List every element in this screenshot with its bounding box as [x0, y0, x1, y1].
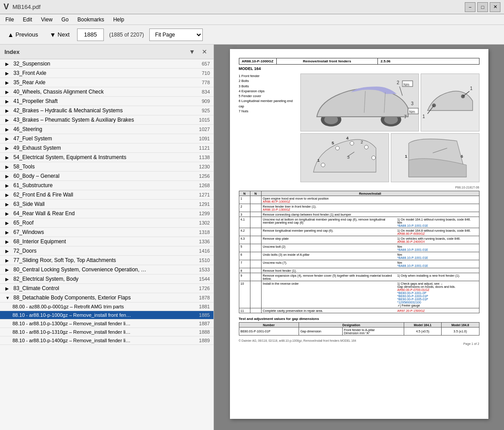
sidebar-item-40[interactable]: ▶ 40_Wheels, Chassis Alignment Check 834 — [0, 87, 213, 97]
sidebar-item-72[interactable]: ▶ 72_Doors 1416 — [0, 246, 213, 256]
cell-ref[interactable]: AR88.40-P-1000GZ — [263, 200, 478, 203]
sidebar-sub-item-88-10-4[interactable]: 88.10 - ar88.10-p-1400gz – Remove_instal… — [0, 336, 213, 345]
sidebar-item-33[interactable]: ▶ 33_Front Axle 710 — [0, 69, 213, 78]
cell-desc: Remove front fender (1). — [261, 268, 479, 273]
fit-select[interactable]: Fit Page Fit Width Fit Height 50% 75% 10… — [149, 29, 203, 41]
cell-note: 1| On model 164.8 without running boards… — [397, 229, 478, 235]
cell-ref-4[interactable]: *BE90.00-P-1005-01P — [397, 298, 478, 301]
sidebar-item-60[interactable]: ▶ 60_Body – General 1256 — [0, 172, 213, 181]
sidebar-item-88[interactable]: ▼ 88_Detachable Body Components, Exterio… — [0, 293, 213, 303]
sidebar-item-page: 1291 — [197, 201, 210, 207]
cell-ref[interactable]: AR88.80-P-6000GZ — [397, 232, 478, 235]
menu-bookmarks[interactable]: Bookmarks — [74, 16, 108, 24]
sidebar-item-80[interactable]: ▶ 80_Central Locking System, Convenience… — [0, 265, 213, 274]
sidebar-item-62[interactable]: ▶ 62_Front End & Fire Wall 1271 — [0, 190, 213, 200]
sidebar-item-page: 1230 — [197, 164, 210, 169]
sidebar-item-46[interactable]: ▶ 46_Steering 1027 — [0, 125, 213, 134]
sidebar-close-button[interactable]: ✕ — [200, 47, 209, 56]
cell-desc: Remove longitudinal member paneling end … — [261, 228, 479, 236]
menu-view[interactable]: View — [37, 16, 56, 24]
note-gap-ref: Gap dimensions on hoods, doors and lids. — [397, 285, 478, 288]
sidebar-sub-item-label: 88.10 - ar88.10-p-1310gz – Remove_instal… — [12, 329, 197, 335]
sidebar-item-49[interactable]: ▶ 49_Exhaust System 1121 — [0, 143, 213, 153]
cell-text: Remove fender liner in front fender (1). — [263, 205, 478, 208]
pdf-parts-images: 1 1 — [421, 74, 479, 131]
sidebar-item-83[interactable]: ▶ 83_Climate Control 1726 — [0, 284, 213, 293]
sidebar-item-47[interactable]: ▶ 47_Fuel System 1091 — [0, 134, 213, 143]
cell-n1: 2 — [239, 204, 250, 212]
sidebar-item-61[interactable]: ▶ 61_Substructure 1268 — [0, 181, 213, 190]
cell-ref[interactable]: *BA88.10-P-1001-01E — [397, 264, 478, 267]
sidebar-item-82[interactable]: ▶ 82_Electrical System, Body 1544 — [0, 274, 213, 284]
sidebar-item-68[interactable]: ▶ 68_Interior Equipment 1336 — [0, 237, 213, 246]
sidebar-collapse-button[interactable]: ▼ — [188, 47, 197, 56]
cell-ref-1[interactable]: AR60.00-P-0700-01GZ — [397, 288, 478, 291]
cell-n2 — [250, 268, 261, 273]
close-button[interactable]: ✕ — [490, 2, 500, 12]
sidebar-item-page: 1121 — [197, 145, 210, 151]
sidebar-item-54[interactable]: ▶ 54_Electrical System, Equipment & Inst… — [0, 153, 213, 162]
sidebar-item-label: 63_Side Wall — [13, 201, 197, 207]
cell-n2 — [250, 228, 261, 236]
sidebar-sub-item-88-10-2[interactable]: 88.10 - ar88.10-p-1300gz – Remove_instal… — [0, 319, 213, 328]
sidebar-item-63[interactable]: ▶ 63_Side Wall 1291 — [0, 200, 213, 209]
cell-ref-2[interactable]: *BE80.00-P-1001-0P — [397, 291, 478, 295]
cell-ref[interactable]: *BA88.10-P-1001-01E — [397, 248, 478, 251]
cell-ref-5[interactable]: *1295893032100 — [397, 301, 478, 304]
sidebar-sub-item-88-10-1[interactable]: 88.10 - ar88.10-p-1000gz – Remove_instal… — [0, 311, 213, 319]
cell-main-text: Unscrew nuts (7). — [263, 261, 396, 267]
legend-item-5: 5 Fender cover — [239, 94, 297, 98]
pdf-version: 2.5.06 — [378, 58, 479, 64]
cell-n1: 4.1 — [239, 217, 250, 228]
svg-text:1: 1 — [470, 86, 472, 91]
cell-ref[interactable]: *BA88.10-P-1001-01E — [397, 224, 478, 227]
pdf-procedure-table: N N Remove/install 1 Open engine hood an… — [239, 191, 479, 313]
sidebar-sub-item-88-00[interactable]: 88.00 - az88.00-p-0001gz – Retrofit AMG … — [0, 303, 213, 311]
fender-install-svg: 1 5 4 3 2 — [301, 134, 389, 182]
sidebar-item-43[interactable]: ▶ 43_Brakes – Pheumatic System & Auxilia… — [0, 115, 213, 125]
svg-text:7: 7 — [404, 115, 406, 119]
previous-button[interactable]: ▲ Previous — [4, 29, 42, 41]
sidebar-item-page: 778 — [197, 80, 210, 85]
maximize-button[interactable]: □ — [477, 2, 488, 12]
sidebar-item-page: 1726 — [197, 286, 210, 291]
cell-ref[interactable]: AR97.20-P-1500GZ — [397, 309, 478, 312]
sidebar-item-42[interactable]: ▶ 42_Brakes – Hydraulic & Mechanical Sys… — [0, 106, 213, 115]
sidebar-item-35[interactable]: ▶ 35_Rear Axle 778 — [0, 78, 213, 87]
sidebar-item-77[interactable]: ▶ 77_Sliding Roor, Soft Top, Top Attachm… — [0, 256, 213, 265]
sidebar-item-41[interactable]: ▶ 41_Propeller Shaft 909 — [0, 97, 213, 106]
cell-ref[interactable]: *BA88.10-P-1001-01E — [397, 256, 478, 259]
sidebar-sub-item-88-10-3[interactable]: 88.10 - ar88.10-p-1310gz – Remove_instal… — [0, 328, 213, 336]
cell-ref[interactable]: AR88.10-P-1300GZ — [263, 208, 478, 211]
menu-help[interactable]: Help — [110, 16, 128, 24]
nm-value: Nm — [397, 221, 478, 224]
nm-value: Nm — [397, 253, 478, 256]
minimize-button[interactable]: − — [465, 2, 475, 12]
chevron-right-icon: ▶ — [5, 164, 12, 169]
sidebar-item-58[interactable]: ▶ 58_Tools 1230 — [0, 162, 213, 172]
table-row: 3 Remove connecting clamp between front … — [239, 212, 479, 217]
sidebar-item-67[interactable]: ▶ 67_Windows 1318 — [0, 228, 213, 237]
menu-file[interactable]: File — [2, 16, 17, 24]
page-input[interactable] — [77, 29, 104, 41]
menu-go[interactable]: Go — [58, 16, 72, 24]
pdf-footer-text: © Daimler AG, 06/118, 02/118, ar88.10-p-… — [239, 339, 479, 342]
cell-main-text: Unscrew nut at bottom on longitudinal me… — [263, 218, 396, 227]
cell-n2 — [250, 260, 261, 268]
gap-table-row: BE80.0S-P-1001-01P Gap dimension Front f… — [239, 328, 479, 336]
cell-content: Remove step plate 1| On vehicles with ru… — [263, 237, 478, 243]
cell-ref-3[interactable]: *BE60.00-P-1003-01P — [397, 295, 478, 298]
legend-item-3: 3 Bolts — [239, 84, 297, 89]
sidebar-item-page: 1268 — [197, 183, 210, 188]
gap-cell-des-sub: Front fender to A-pillar Dimension mm "A… — [342, 328, 404, 336]
sidebar-item-page: 909 — [197, 98, 210, 104]
sidebar-item-65[interactable]: ▶ 65_Roof 1302 — [0, 218, 213, 228]
sidebar-item-32[interactable]: ▶ 32_Suspension 657 — [0, 59, 213, 69]
next-button[interactable]: ▼ Next — [45, 29, 74, 41]
cell-ref[interactable]: AR88.30-P-2400GY — [397, 240, 478, 243]
sidebar-item-64[interactable]: ▶ 64_Rear Wall & Rear End 1299 — [0, 209, 213, 218]
sidebar-item-label: 58_Tools — [13, 164, 197, 170]
table-row: 7 Unscrew nuts (7). Nm *BA88.10-P-1001-0… — [239, 260, 479, 268]
table-row: 4.3 Remove step plate 1| On vehicles wit… — [239, 236, 479, 244]
menu-edit[interactable]: Edit — [19, 16, 36, 24]
